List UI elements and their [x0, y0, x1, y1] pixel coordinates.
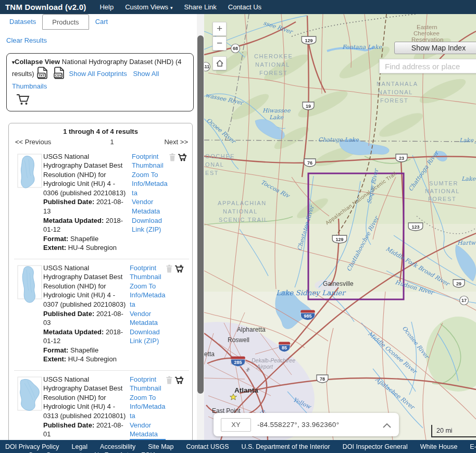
extent-value: HU-4 Subregion: [68, 244, 117, 251]
coordinate-bar: XY -84.558227°, 33.962360°: [214, 413, 399, 436]
footer: DOI Privacy PolicyLegalAccessibilitySite…: [0, 440, 476, 453]
collapse-view-toggle[interactable]: ▾Collapse View: [12, 58, 60, 66]
footer-link[interactable]: U.S. Department of the Interior: [242, 443, 330, 451]
show-all-footprints-link[interactable]: Show All Footprints: [69, 70, 127, 78]
result-thumbnail-image: [14, 265, 43, 308]
footer-link[interactable]: Legal: [72, 443, 88, 451]
add-all-to-cart-icon[interactable]: [16, 93, 30, 108]
footer-link[interactable]: DOI Inspector General: [343, 443, 408, 451]
add-to-cart-icon[interactable]: [178, 153, 187, 253]
result-link-info-metadata[interactable]: Info/Metadata: [130, 291, 166, 309]
extent-label: Extent:: [43, 244, 66, 251]
result-link-thumbnail[interactable]: Thumbnail: [132, 161, 169, 170]
tab-datasets[interactable]: Datasets: [3, 14, 42, 30]
address-search-input[interactable]: [379, 59, 476, 73]
remove-from-cart-icon[interactable]: [166, 265, 173, 364]
metadata-updated-label: Metadata Updated:: [43, 328, 104, 336]
format-value: Shapefile: [70, 346, 98, 354]
result-link-footprint[interactable]: Footprint: [130, 263, 166, 273]
clear-results-link[interactable]: Clear Results: [6, 36, 47, 44]
export-txt-icon[interactable]: TXT: [37, 67, 48, 82]
result-link-thumbnail[interactable]: Thumbnail: [130, 272, 166, 282]
chevron-up-icon[interactable]: [382, 419, 392, 431]
result-item: USGS National Hydrography Dataset Best R…: [9, 148, 192, 259]
map-zoom-out-button[interactable]: −: [212, 36, 227, 51]
route-shield-411: 411: [204, 62, 210, 71]
next-page-button[interactable]: Next >>: [152, 138, 188, 146]
result-link-download-link-zip-[interactable]: Download Link (ZIP): [130, 328, 166, 346]
home-icon: [216, 59, 224, 67]
result-link-footprint[interactable]: Footprint: [132, 152, 169, 161]
route-shield-129: 129: [332, 235, 347, 243]
footer-link[interactable]: Open Government: [28, 451, 82, 453]
navbar-link-custom-views[interactable]: Custom Views▾: [125, 3, 172, 11]
add-to-cart-icon[interactable]: [174, 376, 184, 440]
extent-value: HU-4 Subregion: [68, 355, 117, 363]
tab-products[interactable]: Products: [42, 14, 89, 30]
panel-scrollbar-thumb[interactable]: [197, 35, 204, 394]
format-value: Shapefile: [70, 235, 98, 243]
result-link-download-link-zip-[interactable]: Download Link (ZIP): [132, 216, 169, 234]
add-to-cart-icon[interactable]: [174, 265, 184, 364]
tab-cart[interactable]: Cart: [89, 14, 115, 30]
result-link-zoom-to[interactable]: Zoom To: [130, 393, 166, 402]
route-shield-129: 129: [302, 36, 316, 44]
result-link-zoom-to[interactable]: Zoom To: [132, 170, 169, 180]
export-csv-icon[interactable]: CSV: [54, 67, 65, 82]
result-link-footprint[interactable]: Footprint: [130, 375, 166, 384]
result-item: USGS National Hydrography Dataset Best R…: [14, 370, 189, 440]
footer-link[interactable]: Site Map: [148, 443, 173, 451]
footer-link[interactable]: Contact USGS: [186, 443, 229, 451]
extent-label: Extent:: [43, 355, 66, 363]
route-shield-285: 285: [231, 357, 245, 367]
map-zoom-in-button[interactable]: +: [212, 22, 227, 36]
footer-link[interactable]: White House: [420, 443, 458, 451]
navbar-menu: HelpCustom Views▾Share LinkContact Us: [99, 3, 261, 11]
navbar-link-share-link[interactable]: Share Link: [184, 3, 217, 11]
results-count: 1 through 4 of 4 results: [9, 128, 192, 135]
result-link-vendor-metadata[interactable]: Vendor Metadata: [130, 421, 166, 439]
result-thumbnail-image: [14, 376, 43, 420]
map-viewport[interactable]: 6841112919762312912329179858528578 ssee …: [204, 14, 476, 440]
route-shield-85: 85: [279, 342, 290, 353]
coordinate-mode-button[interactable]: XY: [221, 418, 251, 432]
result-link-vendor-metadata[interactable]: Vendor Metadata: [132, 197, 169, 216]
navbar-link-contact-us[interactable]: Contact Us: [228, 3, 261, 11]
footer-link[interactable]: FOIA: [141, 451, 156, 453]
previous-page-button[interactable]: << Previous: [15, 138, 72, 146]
route-shield-19: 19: [303, 102, 314, 110]
navbar-link-help[interactable]: Help: [99, 3, 114, 11]
route-shield-78: 78: [317, 375, 328, 383]
map-home-button[interactable]: [212, 56, 227, 70]
result-link-info-metadata[interactable]: Info/Metadata: [132, 179, 169, 197]
result-link-thumbnail[interactable]: Thumbnail: [130, 384, 166, 393]
top-navbar: TNM Download (v2.0) HelpCustom Views▾Sha…: [0, 0, 476, 14]
results-panel: DatasetsProductsCart Clear Results ▾Coll…: [0, 14, 204, 440]
published-date-label: Published Date:: [43, 198, 94, 206]
route-shield-29: 29: [453, 280, 465, 287]
result-item: USGS National Hydrography Dataset Best R…: [14, 259, 189, 370]
footer-link[interactable]: No Fear Act: [94, 451, 129, 453]
show-map-index-button[interactable]: Show Map Index: [394, 42, 476, 54]
footer-link[interactable]: Accessibility: [100, 443, 135, 451]
result-link-info-metadata[interactable]: Info/Metadata: [130, 402, 166, 420]
dataset-group-box: ▾Collapse View National Hydrography Data…: [6, 53, 194, 111]
route-shield-23: 23: [396, 154, 407, 162]
coordinate-readout: -84.558227°, 33.962360°: [257, 421, 376, 429]
page-number[interactable]: 1: [72, 138, 152, 146]
metadata-updated-label: Metadata Updated:: [43, 217, 104, 224]
result-link-vendor-metadata[interactable]: Vendor Metadata: [130, 309, 166, 328]
footer-link[interactable]: gov: [5, 451, 16, 453]
published-date-label: Published Date:: [43, 421, 94, 429]
result-link-zoom-to[interactable]: Zoom To: [130, 282, 166, 291]
remove-from-cart-icon[interactable]: [169, 153, 176, 253]
footer-link[interactable]: E-: [470, 443, 476, 451]
result-title: USGS National Hydrography Dataset Best R…: [43, 152, 130, 198]
route-shield-985: 985: [300, 310, 315, 321]
footer-link[interactable]: DOI Privacy Policy: [5, 443, 59, 451]
remove-from-cart-icon[interactable]: [166, 376, 173, 440]
format-label: Format:: [43, 235, 68, 243]
panel-scrollbar[interactable]: [197, 14, 204, 440]
format-label: Format:: [43, 346, 68, 354]
result-title: USGS National Hydrography Dataset Best R…: [43, 375, 128, 421]
